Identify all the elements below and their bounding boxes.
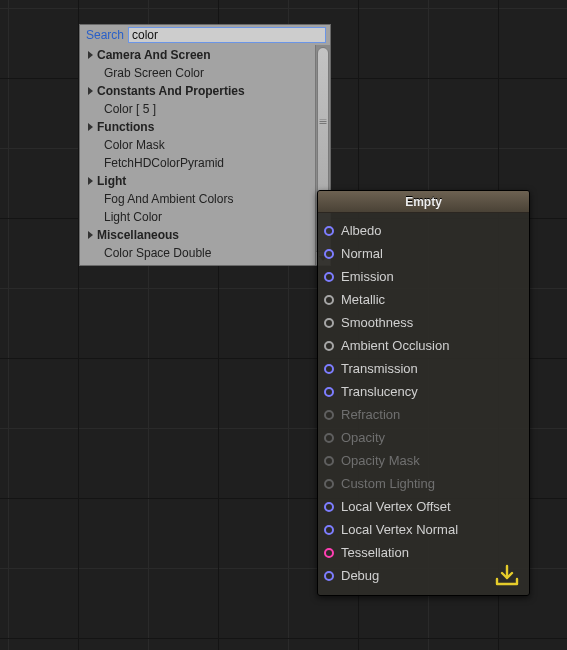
port-label: Emission	[341, 269, 394, 284]
port-row[interactable]: Local Vertex Offset	[324, 495, 523, 518]
search-input[interactable]	[128, 27, 326, 43]
port-row[interactable]: Metallic	[324, 288, 523, 311]
port-label: Metallic	[341, 292, 385, 307]
search-row: Search	[80, 25, 330, 45]
port-row[interactable]: Normal	[324, 242, 523, 265]
result-item[interactable]: Color [ 5 ]	[82, 100, 315, 118]
category-row[interactable]: Functions	[82, 118, 315, 136]
port-label: Refraction	[341, 407, 400, 422]
category-row[interactable]: Miscellaneous	[82, 226, 315, 244]
port-label: Local Vertex Offset	[341, 499, 451, 514]
port-connector-icon[interactable]	[324, 295, 334, 305]
node-search-panel: Search Camera And ScreenGrab Screen Colo…	[79, 24, 331, 266]
port-label: Smoothness	[341, 315, 413, 330]
port-connector-icon[interactable]	[324, 341, 334, 351]
port-label: Opacity Mask	[341, 453, 420, 468]
port-row: Refraction	[324, 403, 523, 426]
port-row[interactable]: Ambient Occlusion	[324, 334, 523, 357]
result-item[interactable]: FetchHDColorPyramid	[82, 154, 315, 172]
category-label: Constants And Properties	[97, 84, 245, 98]
port-connector-icon[interactable]	[324, 502, 334, 512]
port-connector-icon[interactable]	[324, 525, 334, 535]
port-row[interactable]: Emission	[324, 265, 523, 288]
port-connector-icon[interactable]	[324, 387, 334, 397]
port-row[interactable]: Transmission	[324, 357, 523, 380]
port-label: Opacity	[341, 430, 385, 445]
port-row[interactable]: Albedo	[324, 219, 523, 242]
category-row[interactable]: Light	[82, 172, 315, 190]
category-label: Camera And Screen	[97, 48, 211, 62]
port-connector-icon[interactable]	[324, 571, 334, 581]
result-item[interactable]: Light Color	[82, 208, 315, 226]
port-connector-icon	[324, 456, 334, 466]
result-item[interactable]: Fog And Ambient Colors	[82, 190, 315, 208]
category-row[interactable]: Constants And Properties	[82, 82, 315, 100]
result-item[interactable]: Color Mask	[82, 136, 315, 154]
port-connector-icon[interactable]	[324, 249, 334, 259]
port-connector-icon[interactable]	[324, 318, 334, 328]
category-row[interactable]: Camera And Screen	[82, 46, 315, 64]
port-row: Opacity Mask	[324, 449, 523, 472]
port-connector-icon[interactable]	[324, 364, 334, 374]
port-connector-icon[interactable]	[324, 226, 334, 236]
search-label: Search	[86, 28, 124, 42]
category-label: Miscellaneous	[97, 228, 179, 242]
port-label: Albedo	[341, 223, 381, 238]
expand-triangle-icon	[88, 87, 93, 95]
result-item[interactable]: Grab Screen Color	[82, 64, 315, 82]
port-label: Normal	[341, 246, 383, 261]
port-label: Local Vertex Normal	[341, 522, 458, 537]
port-label: Tessellation	[341, 545, 409, 560]
port-row[interactable]: Translucency	[324, 380, 523, 403]
port-connector-icon[interactable]	[324, 272, 334, 282]
node-title[interactable]: Empty	[318, 191, 529, 213]
expand-triangle-icon	[88, 177, 93, 185]
port-label: Translucency	[341, 384, 418, 399]
port-connector-icon	[324, 479, 334, 489]
expand-triangle-icon	[88, 231, 93, 239]
port-connector-icon	[324, 433, 334, 443]
port-row[interactable]: Smoothness	[324, 311, 523, 334]
master-node[interactable]: Empty AlbedoNormalEmissionMetallicSmooth…	[317, 190, 530, 596]
expand-triangle-icon	[88, 123, 93, 131]
port-label: Custom Lighting	[341, 476, 435, 491]
expand-triangle-icon	[88, 51, 93, 59]
result-item[interactable]: Color Space Double	[82, 244, 315, 262]
search-results-list: Camera And ScreenGrab Screen ColorConsta…	[80, 45, 315, 265]
port-connector-icon[interactable]	[324, 548, 334, 558]
category-label: Light	[97, 174, 126, 188]
port-row[interactable]: Tessellation	[324, 541, 523, 564]
node-ports: AlbedoNormalEmissionMetallicSmoothnessAm…	[318, 213, 529, 587]
download-icon	[493, 563, 521, 589]
port-label: Transmission	[341, 361, 418, 376]
port-row: Custom Lighting	[324, 472, 523, 495]
port-connector-icon	[324, 410, 334, 420]
port-row: Opacity	[324, 426, 523, 449]
port-label: Debug	[341, 568, 379, 583]
port-label: Ambient Occlusion	[341, 338, 449, 353]
category-label: Functions	[97, 120, 154, 134]
port-row[interactable]: Local Vertex Normal	[324, 518, 523, 541]
scrollbar-thumb[interactable]	[317, 47, 329, 197]
save-shader-button[interactable]	[493, 563, 521, 589]
